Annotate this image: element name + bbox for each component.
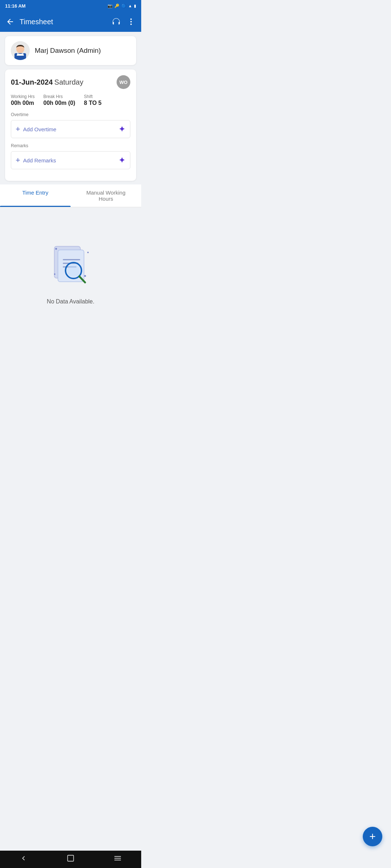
svg-point-1	[130, 21, 132, 22]
empty-state-text: No Data Available.	[47, 298, 94, 305]
battery-icon: ▮	[134, 4, 136, 8]
day-card: 01-Jun-2024 Saturday WO Working Hrs 00h …	[5, 69, 136, 181]
svg-point-12	[67, 264, 80, 277]
overtime-section-label: Overtime	[11, 112, 130, 117]
svg-point-15	[87, 252, 89, 253]
svg-point-17	[84, 275, 86, 277]
hours-row: Working Hrs 00h 00m Break Hrs 00h 00m (0…	[11, 94, 130, 106]
key-icon: 🔑	[114, 4, 119, 8]
tab-manual-working-hours-label: Manual WorkingHours	[86, 190, 125, 202]
remarks-star-icon: ✦	[118, 155, 126, 165]
avatar	[11, 41, 30, 60]
headset-icon[interactable]	[112, 17, 121, 26]
remarks-plus-icon: +	[16, 156, 20, 165]
add-overtime-label: Add Overtime	[23, 126, 56, 132]
status-icons: 📷 🔑 🔵 ▲ ▮	[108, 4, 136, 8]
working-hrs-value: 00h 00m	[11, 100, 34, 106]
svg-point-16	[54, 273, 55, 275]
bluetooth-icon: 🔵	[121, 4, 126, 8]
svg-point-2	[130, 24, 132, 25]
status-time: 11:16 AM	[5, 3, 26, 9]
empty-illustration	[45, 240, 96, 292]
working-hrs-label: Working Hrs	[11, 94, 35, 99]
break-hrs-label: Break Hrs	[43, 94, 75, 99]
add-overtime-button[interactable]: + Add Overtime ✦	[11, 120, 130, 138]
app-title: Timesheet	[20, 18, 106, 26]
shift-label: Shift	[84, 94, 102, 99]
shift-value: 8 TO 5	[84, 100, 102, 106]
tab-manual-working-hours[interactable]: Manual WorkingHours	[71, 184, 141, 207]
break-hrs-value: 00h 00m (0)	[43, 100, 75, 106]
day-info: 01-Jun-2024 Saturday	[11, 78, 83, 86]
more-menu-icon[interactable]	[127, 17, 135, 26]
app-bar: Timesheet	[0, 12, 141, 32]
tab-time-entry-label: Time Entry	[22, 190, 49, 196]
working-hrs-item: Working Hrs 00h 00m	[11, 94, 35, 106]
add-remarks-label: Add Remarks	[23, 157, 56, 163]
svg-point-0	[130, 18, 132, 20]
break-hrs-item: Break Hrs 00h 00m (0)	[43, 94, 75, 106]
overtime-plus-icon: +	[16, 124, 20, 134]
wo-badge: WO	[117, 75, 130, 89]
camera-icon: 📷	[108, 4, 113, 8]
tab-time-entry[interactable]: Time Entry	[0, 184, 71, 207]
svg-point-14	[55, 248, 57, 250]
day-header: 01-Jun-2024 Saturday WO	[11, 75, 130, 89]
remarks-section-label: Remarks	[11, 143, 130, 148]
back-button[interactable]	[6, 17, 14, 26]
wifi-icon: ▲	[128, 4, 132, 8]
tabs: Time Entry Manual WorkingHours	[0, 184, 141, 207]
status-bar: 11:16 AM 📷 🔑 🔵 ▲ ▮	[0, 0, 141, 12]
user-card: Marj Dawson (Admin)	[5, 36, 136, 65]
overtime-star-icon: ✦	[118, 124, 126, 134]
shift-item: Shift 8 TO 5	[84, 94, 102, 106]
app-bar-actions	[112, 17, 135, 26]
day-date: 01-Jun-2024	[11, 78, 53, 86]
content-area: No Data Available.	[0, 207, 141, 337]
day-name: Saturday	[54, 78, 83, 86]
user-name: Marj Dawson (Admin)	[35, 47, 101, 55]
add-remarks-button[interactable]: + Add Remarks ✦	[11, 151, 130, 169]
